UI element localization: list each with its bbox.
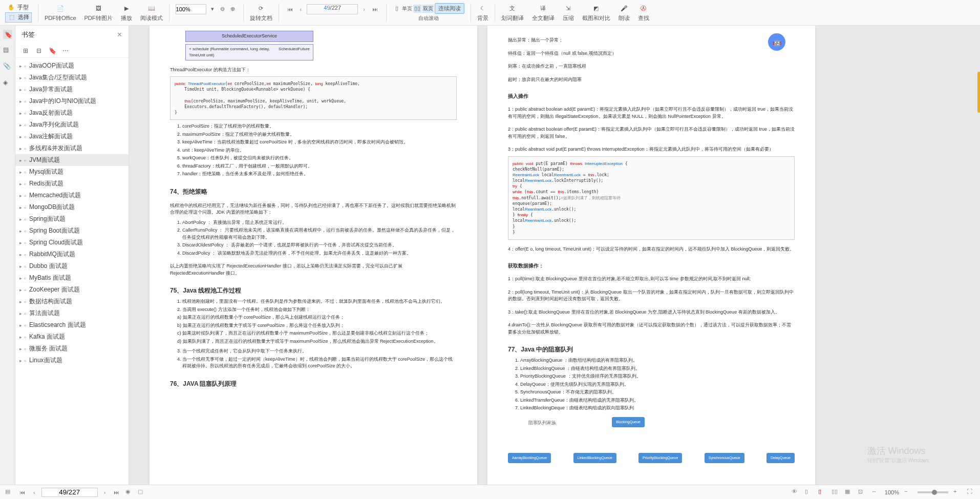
sidebar-item[interactable]: ▸▫Elasticsearch 面试题 bbox=[15, 319, 129, 331]
sb-width-icon[interactable]: ↔ bbox=[871, 488, 880, 496]
outline-tab-icon[interactable]: ▤ bbox=[3, 46, 12, 55]
sb-last-icon[interactable]: ⏭ bbox=[112, 489, 121, 495]
sidebar-item[interactable]: ▸▫Mysql面试题 bbox=[15, 166, 129, 178]
work-list-2: 当一个线程完成任务时，它会从队列中取下一个任务来执行。当一个线程无事可做，超过一… bbox=[182, 348, 457, 370]
sidebar-item[interactable]: ▸▫MyBatis 面试题 bbox=[15, 272, 129, 284]
sidebar-item[interactable]: ▸▫Java集合/泛型面试题 bbox=[15, 72, 129, 84]
sb-fullscreen-icon[interactable]: ⛶ bbox=[967, 488, 975, 496]
sb-prev-icon[interactable]: ‹ bbox=[31, 489, 37, 495]
sidebar-item[interactable]: ▸▫JVM面试题 bbox=[15, 154, 129, 166]
more-icon[interactable]: ⋯ bbox=[61, 47, 70, 55]
constructor-note: ThreadPoolExecutor 的构造方法如下： bbox=[170, 67, 457, 74]
sb-fit-icon[interactable]: ⊡ bbox=[858, 488, 866, 496]
heading-75: 75、Java 线程池工作过程 bbox=[170, 286, 457, 295]
play-button[interactable]: ▶播放 bbox=[121, 3, 132, 22]
sb-eye-icon[interactable]: 👁 bbox=[792, 488, 800, 496]
left-icon-bar: 🔖 ▤ 📎 ◈ bbox=[0, 26, 15, 485]
pdf-to-image-button[interactable]: 🖼PDF转图片 bbox=[84, 3, 113, 22]
sidebar-item[interactable]: ▸▫Java反射面试题 bbox=[15, 107, 129, 119]
sb-note-icon[interactable]: ▢ bbox=[138, 488, 146, 496]
read-aloud-button[interactable]: 🎤朗读 bbox=[619, 3, 630, 22]
bookmark-icon[interactable]: 🔖 bbox=[48, 47, 56, 55]
sb-layout3-icon[interactable]: ▯▯ bbox=[832, 488, 840, 496]
selection-tool[interactable]: ✋手型 ⬚选择 bbox=[5, 3, 32, 23]
sidebar-item[interactable]: ▸▫微服务 面试题 bbox=[15, 343, 129, 355]
background-button[interactable]: ☾背景 bbox=[477, 3, 488, 22]
sidebar-item[interactable]: ▸▫MongoDB面试题 bbox=[15, 201, 129, 213]
screenshot-compare-button[interactable]: ◩截图和对比 bbox=[582, 3, 610, 22]
remove-bookmark-icon[interactable]: ⊟ bbox=[35, 47, 43, 55]
word-translate-button[interactable]: 文划词翻译 bbox=[501, 3, 524, 22]
zoom-in-icon[interactable]: ⊕ bbox=[229, 5, 237, 13]
bookmark-tab-icon[interactable]: 🔖 bbox=[3, 30, 12, 39]
sb-page-input[interactable] bbox=[41, 488, 98, 497]
sb-zoom-slider[interactable] bbox=[918, 491, 948, 493]
sidebar-item[interactable]: ▸▫Spring Boot面试题 bbox=[15, 225, 129, 237]
sidebar-item[interactable]: ▸▫Dubbo 面试题 bbox=[15, 260, 129, 272]
rotate-button[interactable]: ⟳旋转文档 bbox=[250, 3, 272, 22]
page-nav-group: ⏮ ‹ 49/227 › ⏭ bbox=[285, 4, 380, 22]
pdf-to-office-button[interactable]: 📄PDF转Office bbox=[45, 3, 76, 22]
sidebar-item[interactable]: ▸▫Java注解面试题 bbox=[15, 131, 129, 142]
auto-scroll-label[interactable]: 自动滚动 bbox=[418, 15, 439, 22]
layers-tab-icon[interactable]: ◈ bbox=[3, 79, 12, 88]
sidebar-item[interactable]: ▸▫算法面试题 bbox=[15, 307, 129, 319]
zoom-group: ▾ ⊖ ⊕ bbox=[176, 4, 237, 22]
sidebar-item[interactable]: ▸▫Spring面试题 bbox=[15, 213, 129, 225]
select-icon: ⬚ bbox=[8, 13, 16, 22]
find-button[interactable]: Ⓐ查找 bbox=[638, 3, 649, 22]
zoom-input[interactable] bbox=[176, 4, 206, 14]
page-input[interactable]: 49/227 bbox=[307, 4, 358, 14]
sb-next-icon[interactable]: › bbox=[102, 489, 108, 495]
compress-icon: ⇲ bbox=[563, 3, 573, 13]
sidebar-item[interactable]: ▸▫Java序列化面试题 bbox=[15, 119, 129, 131]
sidebar-item[interactable]: ▸▫Java异常面试题 bbox=[15, 84, 129, 95]
full-translate-button[interactable]: 译全文翻译 bbox=[532, 3, 555, 22]
close-icon[interactable]: ✕ bbox=[117, 31, 122, 38]
compress-button[interactable]: ⇲压缩 bbox=[563, 3, 574, 22]
tree-root-node: BlockingQueue bbox=[612, 417, 644, 428]
continuous-read-button[interactable]: 连续阅读 bbox=[435, 3, 464, 14]
sb-grid-icon[interactable]: ▦ bbox=[845, 488, 853, 496]
zoom-out-icon[interactable]: ⊖ bbox=[219, 5, 227, 13]
sb-zoom-out-icon[interactable]: − bbox=[904, 488, 912, 496]
sidebar-item[interactable]: ▸▫Java中的IO与NIO面试题 bbox=[15, 95, 129, 107]
sb-first-icon[interactable]: ⏮ bbox=[17, 489, 27, 495]
add-bookmark-icon[interactable]: ⊞ bbox=[22, 47, 30, 55]
prev-page-icon[interactable]: ‹ bbox=[298, 6, 304, 12]
float-assistant-icon[interactable]: 🤖 bbox=[768, 33, 785, 51]
bookmarks-panel: 书签 ✕ ⊞ ⊟ 🔖 ⋯ ▸▫JavaOOP面试题▸▫Java集合/泛型面试题▸… bbox=[15, 26, 129, 485]
single-page-icon[interactable]: ▯ bbox=[393, 5, 401, 13]
first-page-icon[interactable]: ⏮ bbox=[285, 6, 295, 12]
sidebar-item[interactable]: ▸▫数据结构面试题 bbox=[15, 296, 129, 307]
sb-layout2-icon[interactable]: ▯ bbox=[818, 488, 826, 496]
sidebar-item[interactable]: ▸▫ZooKeeper 面试题 bbox=[15, 284, 129, 296]
exception-lines: 抛出异常：抛出一个异常；特殊值：返回一个特殊值（null 或 false,视情况… bbox=[508, 37, 795, 83]
read-mode-button[interactable]: 📖阅读模式 bbox=[140, 3, 163, 22]
hand-icon: ✋ bbox=[7, 4, 15, 12]
document-content[interactable]: ScheduledExecutorService + schedule (Run… bbox=[129, 26, 980, 485]
sb-layout1-icon[interactable]: ▯ bbox=[805, 488, 813, 496]
last-page-icon[interactable]: ⏭ bbox=[370, 6, 380, 12]
sidebar-item[interactable]: ▸▫多线程&并发面试题 bbox=[15, 142, 129, 154]
windows-watermark: 激活 Windows 转到"设置"以激活 Windows。 bbox=[867, 445, 934, 464]
sidebar-toggle-icon[interactable]: ▤ bbox=[5, 488, 13, 496]
sidebar-item[interactable]: ▸▫Linux面试题 bbox=[15, 355, 129, 366]
sb-zoom-in-icon[interactable]: + bbox=[953, 488, 962, 496]
attachment-tab-icon[interactable]: 📎 bbox=[3, 63, 12, 72]
next-page-icon[interactable]: › bbox=[361, 6, 367, 12]
sidebar-item[interactable]: ▸▫Redis面试题 bbox=[15, 178, 129, 190]
reject-intro: 线程池中的线程已经用完了，无法继续为新任务服务，同时，等待队列也已经排满了，再也… bbox=[170, 202, 457, 216]
sidebar-item[interactable]: ▸▫RabbitMQ面试题 bbox=[15, 248, 129, 260]
sb-marker-icon[interactable]: ◉ bbox=[125, 488, 134, 496]
toolbar: ✋手型 ⬚选择 📄PDF转Office 🖼PDF转图片 ▶播放 📖阅读模式 ▾ … bbox=[0, 0, 980, 26]
translate-icon: 文 bbox=[507, 3, 518, 13]
full-translate-icon: 译 bbox=[538, 3, 548, 13]
sidebar-item[interactable]: ▸▫Memcached面试题 bbox=[15, 190, 129, 201]
sidebar-item[interactable]: ▸▫Spring Cloud面试题 bbox=[15, 237, 129, 248]
sidebar-item[interactable]: ▸▫Kafka 面试题 bbox=[15, 331, 129, 343]
double-page-icon[interactable]: ▯▯ bbox=[413, 5, 421, 13]
sidebar-item[interactable]: ▸▫JavaOOP面试题 bbox=[15, 60, 129, 72]
params-list: corePoolSize：指定了线程池中的线程数量。maximumPoolSiz… bbox=[182, 123, 457, 178]
chevron-down-icon[interactable]: ▾ bbox=[208, 5, 217, 13]
